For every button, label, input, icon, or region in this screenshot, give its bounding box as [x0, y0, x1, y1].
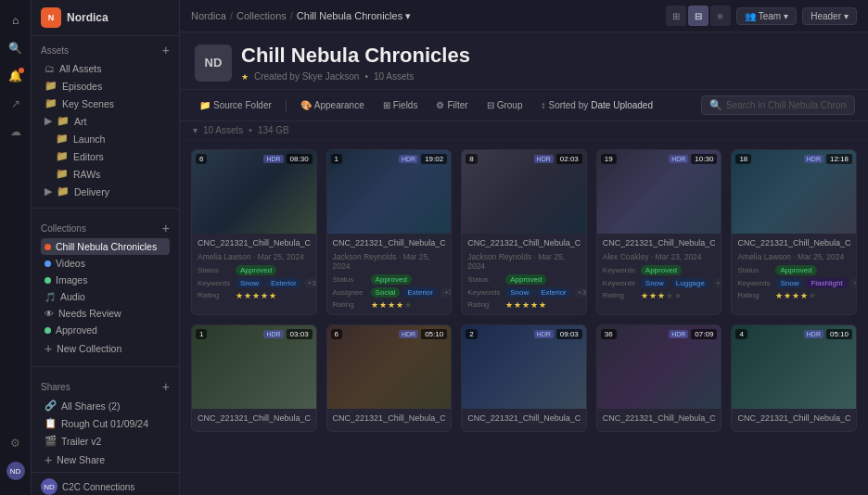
- sidebar-item-all-shares[interactable]: 🔗 All Shares (2): [41, 397, 170, 414]
- tag-chip: Luggage: [671, 278, 709, 288]
- star: ★: [505, 300, 513, 310]
- star-rating: ★★★★★: [775, 291, 816, 300]
- main-content: Nordica / Collections / Chill Nebula Chr…: [180, 0, 868, 495]
- videos-dot: [45, 260, 51, 267]
- nav-notifications[interactable]: 🔔: [3, 63, 29, 89]
- sidebar-item-editors[interactable]: 📁 Editors: [52, 147, 170, 165]
- shares-section: Shares + 🔗 All Shares (2) 📋 Rough Cut 01…: [32, 373, 179, 472]
- images-label: Images: [56, 274, 87, 286]
- breadcrumb-collections[interactable]: Collections: [236, 10, 287, 21]
- asset-card[interactable]: 18 HDR 12:18 CNC_221321_Chill_Nebula_Chr…: [731, 149, 857, 315]
- sidebar-item-launch[interactable]: 📁 Launch: [52, 130, 170, 147]
- sidebar-item-new-share[interactable]: + New Share: [41, 450, 170, 470]
- hdr-badge: HDR: [263, 155, 283, 163]
- duration-badge: 10:30: [691, 154, 717, 164]
- sidebar-item-videos[interactable]: Videos: [41, 255, 170, 272]
- asset-card[interactable]: 2 HDR 09:03 CNC_221321_Chill_Nebula_Chro…: [461, 324, 587, 433]
- size-separator: •: [249, 125, 252, 135]
- add-asset-button[interactable]: +: [162, 44, 170, 57]
- rating-label: Rating: [603, 291, 638, 299]
- team-button[interactable]: 👥 Team ▾: [736, 7, 797, 25]
- status-row: Status Approved: [333, 274, 446, 285]
- asset-card[interactable]: 1 HDR 03:03 CNC_221321_Chill_Nebula_Chro…: [191, 324, 317, 433]
- sidebar-item-episodes[interactable]: 📁 Episodes: [41, 77, 170, 95]
- sort-label: Sorted by: [548, 100, 588, 110]
- all-shares-icon: 🔗: [45, 400, 57, 412]
- status-label: Status: [467, 275, 503, 284]
- editors-icon: 📁: [56, 150, 69, 162]
- status-badge: Approved: [505, 274, 546, 285]
- add-share-button[interactable]: +: [162, 380, 170, 393]
- sidebar-item-key-scenes[interactable]: 📁 Key Scenes: [41, 95, 170, 112]
- nav-cloud[interactable]: ☁: [3, 119, 29, 145]
- fields-button[interactable]: ⊞ Fields: [377, 97, 425, 113]
- group-button[interactable]: ⊟ Group: [480, 97, 530, 113]
- asset-card[interactable]: 6 HDR 08:30 CNC_221321_Chill_Nebula_Chro…: [191, 149, 317, 315]
- sidebar-item-new-collection[interactable]: + New Collection: [41, 338, 170, 359]
- appearance-button[interactable]: 🎨 Appearance: [294, 97, 371, 113]
- asset-meta: Amelia Lawson · Mar 25, 2024: [737, 252, 850, 261]
- sidebar-item-audio[interactable]: 🎵 Audio: [41, 288, 170, 305]
- sidebar-item-trailer[interactable]: 🎬 Trailer v2: [41, 432, 170, 450]
- asset-badge: 8: [466, 154, 477, 164]
- sidebar-c2c[interactable]: ND C2C Connections: [41, 478, 170, 495]
- sidebar: N Nordica Assets + 🗂 All Assets 📁 Episod…: [32, 0, 180, 495]
- new-collection-icon: +: [45, 341, 52, 356]
- asset-card[interactable]: 8 HDR 02:03 CNC_221321_Chill_Nebula_Chro…: [461, 149, 587, 315]
- tag-extra: +3: [574, 287, 587, 298]
- asset-card[interactable]: 19 HDR 10:30 CNC_221321_Chill_Nebula_Chr…: [596, 149, 722, 315]
- asset-card[interactable]: 36 HDR 07:09 CNC_221321_Chill_Nebula_Chr…: [596, 324, 722, 433]
- sidebar-item-rough-cut[interactable]: 📋 Rough Cut 01/09/24: [41, 414, 170, 432]
- asset-thumbnail: 18 HDR 12:18: [732, 150, 856, 234]
- nav-home[interactable]: ⌂: [3, 7, 29, 33]
- duration-badge: 12:18: [826, 154, 852, 164]
- thumb-badges-right: HDR 09:03: [534, 329, 582, 339]
- star: ★: [396, 300, 403, 310]
- nav-share[interactable]: ↗: [3, 91, 29, 117]
- sidebar-item-delivery[interactable]: ▶ 📁 Delivery: [41, 183, 170, 200]
- sort-button[interactable]: ↕ Sorted by Date Uploaded: [534, 97, 659, 113]
- sidebar-item-needs-review[interactable]: 👁 Needs Review: [41, 305, 170, 322]
- breadcrumb-nordica[interactable]: Nordica: [191, 10, 226, 21]
- duration-badge: 19:02: [421, 154, 447, 164]
- sidebar-item-approved[interactable]: Approved: [41, 322, 170, 338]
- filter-button[interactable]: ⚙ Filter: [429, 97, 474, 113]
- sidebar-item-images[interactable]: Images: [41, 272, 170, 288]
- source-folder-button[interactable]: 📁 Source Folder: [193, 97, 278, 113]
- sidebar-bottom: ND C2C Connections: [32, 472, 179, 495]
- thumb-overlay: 4 HDR 05:10: [732, 325, 856, 409]
- nav-search[interactable]: 🔍: [3, 35, 29, 61]
- asset-card[interactable]: 6 HDR 05:10 CNC_221321_Chill_Nebula_Chro…: [326, 324, 453, 433]
- divider-1: [32, 208, 179, 209]
- sidebar-item-raws[interactable]: 📁 RAWs: [52, 165, 170, 183]
- nav-settings[interactable]: ⚙: [3, 430, 29, 456]
- asset-card[interactable]: 1 HDR 19:02 CNC_221321_Chill_Nebula_Chro…: [326, 149, 453, 315]
- collection-dot-sep: •: [364, 71, 368, 82]
- sidebar-item-chill-nebula[interactable]: Chill Nebula Chronicles: [41, 238, 170, 255]
- duration-badge: 09:03: [556, 329, 582, 339]
- view-btn-2[interactable]: ⊟: [688, 6, 708, 26]
- all-assets-label: All Assets: [59, 63, 102, 74]
- tag-extra: +3: [712, 278, 721, 288]
- collection-title-row: ND Chill Nebula Chronicles ★ Created by …: [195, 44, 853, 82]
- header-button[interactable]: Header ▾: [802, 7, 857, 25]
- star-rating: ★★★★★: [371, 300, 412, 310]
- thumb-top: 6 HDR 05:10: [331, 329, 448, 339]
- thumb-top: 1 HDR 03:03: [196, 329, 313, 339]
- add-collection-button[interactable]: +: [162, 222, 170, 235]
- thumb-overlay: 19 HDR 10:30: [597, 150, 721, 234]
- tags-row: Keywords SnowLuggage+3: [603, 278, 716, 288]
- search-input[interactable]: [726, 100, 847, 110]
- audio-label: Audio: [60, 291, 85, 302]
- thumb-badges-right: HDR 08:30: [263, 154, 312, 164]
- view-btn-3[interactable]: ≡: [710, 6, 731, 26]
- nav-user-avatar[interactable]: ND: [3, 458, 29, 484]
- new-share-label: New Share: [57, 454, 105, 465]
- group-label: Group: [497, 100, 523, 110]
- sidebar-item-all-assets[interactable]: 🗂 All Assets: [41, 60, 170, 77]
- art-children: 📁 Launch 📁 Editors 📁 RAWs: [41, 130, 170, 183]
- view-btn-1[interactable]: ⊞: [666, 6, 686, 26]
- sidebar-item-art[interactable]: ▶ 📁 Art: [41, 112, 170, 130]
- asset-card[interactable]: 4 HDR 05:10 CNC_221321_Chill_Nebula_Chro…: [731, 324, 857, 433]
- star-rating: ★★★★★: [505, 300, 546, 310]
